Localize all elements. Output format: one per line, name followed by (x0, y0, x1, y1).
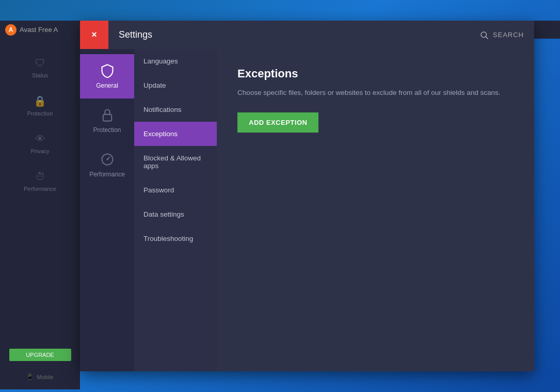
mobile-icon: 📱 (26, 373, 34, 380)
settings-window: × Settings SEARCH General (80, 21, 534, 371)
avast-logo-area: A Avast Free A (5, 24, 58, 36)
svg-point-0 (481, 32, 487, 38)
settings-header: × Settings SEARCH (80, 21, 534, 49)
avast-sidebar: 🛡 Status 🔒 Protection 👁 Privacy ⏱ Perfor… (0, 39, 80, 389)
svg-point-4 (106, 158, 108, 160)
avast-logo-icon: A (5, 24, 17, 36)
close-button[interactable]: × (80, 21, 108, 49)
menu-notifications[interactable]: Notifications (134, 97, 217, 122)
settings-body: General Protection Performance (80, 49, 534, 371)
sidebar-performance-label: Performance (24, 186, 56, 192)
svg-line-1 (486, 37, 488, 39)
search-icon (479, 30, 489, 40)
content-area: Exceptions Choose specific files, folder… (217, 49, 534, 371)
category-general[interactable]: General (80, 54, 134, 99)
mobile-item[interactable]: 📱 Mobile (22, 369, 57, 384)
sidebar-privacy-label: Privacy (30, 148, 49, 154)
category-performance-label: Performance (89, 171, 125, 178)
gauge-icon (100, 152, 115, 167)
search-button[interactable]: SEARCH (479, 30, 534, 40)
close-icon: × (91, 29, 97, 40)
gauge-icon: ⏱ (35, 171, 45, 183)
sidebar-item-privacy[interactable]: 👁 Privacy (0, 125, 80, 162)
category-general-label: General (96, 82, 118, 89)
content-description: Choose specific files, folders or websit… (237, 88, 514, 98)
content-title: Exceptions (237, 67, 514, 80)
avast-app-title: Avast Free A (20, 26, 58, 34)
mobile-label: Mobile (37, 374, 53, 380)
search-label: SEARCH (493, 31, 524, 39)
category-performance[interactable]: Performance (80, 143, 134, 187)
shield-outline-icon (100, 63, 115, 78)
eye-icon: 👁 (35, 133, 45, 145)
category-protection-label: Protection (93, 126, 121, 134)
menu-update[interactable]: Update (134, 73, 217, 97)
svg-rect-2 (103, 115, 111, 121)
shield-icon: 🛡 (35, 57, 45, 69)
menu-exceptions[interactable]: Exceptions (134, 122, 217, 146)
menu-password[interactable]: Password (134, 178, 217, 202)
sidebar-status-label: Status (32, 72, 48, 78)
sidebar-protection-label: Protection (27, 110, 53, 117)
menu-data-settings[interactable]: Data settings (134, 202, 217, 226)
settings-title: Settings (108, 29, 479, 40)
menu-blocked-allowed[interactable]: Blocked & Allowed apps (134, 146, 217, 178)
upgrade-button[interactable]: UPGRADE (9, 349, 71, 361)
sidebar-item-protection[interactable]: 🔒 Protection (0, 87, 80, 125)
lock-icon: 🔒 (34, 95, 46, 107)
menu-languages[interactable]: Languages (134, 49, 217, 73)
category-panel: General Protection Performance (80, 49, 134, 371)
menu-troubleshooting[interactable]: Troubleshooting (134, 226, 217, 251)
add-exception-button[interactable]: ADD EXCEPTION (237, 112, 318, 133)
menu-panel: Languages Update Notifications Exception… (134, 49, 217, 371)
category-protection[interactable]: Protection (80, 99, 134, 143)
lock-icon (100, 108, 115, 122)
sidebar-item-status[interactable]: 🛡 Status (0, 49, 80, 87)
sidebar-item-performance[interactable]: ⏱ Performance (0, 162, 80, 200)
